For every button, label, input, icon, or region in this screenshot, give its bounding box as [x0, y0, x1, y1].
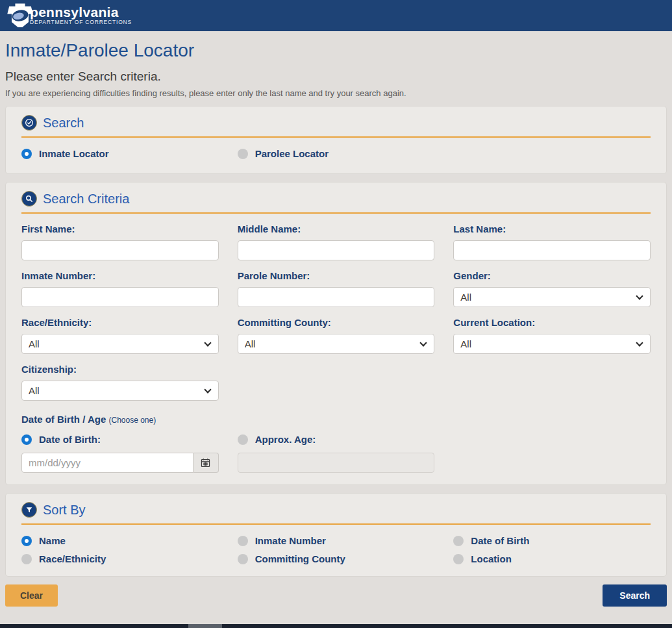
logo-brand: pennsylvania — [30, 5, 132, 19]
race-select[interactable]: All — [21, 334, 219, 354]
criteria-panel-heading: Search Criteria — [43, 192, 129, 207]
gender-select[interactable]: All — [453, 287, 651, 307]
magnifier-icon — [21, 191, 37, 207]
radio-approx-age[interactable]: Approx. Age: — [238, 434, 435, 445]
field-race: Race/Ethnicity: All — [21, 317, 219, 354]
gender-label: Gender: — [453, 270, 651, 281]
date-of-birth-input[interactable] — [21, 453, 193, 473]
radio-parolee-locator[interactable]: Parolee Locator — [238, 148, 435, 159]
logo-text: pennsylvania DEPARTMENT OF CORRECTIONS — [30, 5, 132, 26]
radio-icon — [21, 554, 32, 564]
dob-age-label: Date of Birth / Age (Choose one) — [21, 414, 651, 425]
criteria-row-citizenship: Citizenship: All — [21, 354, 651, 401]
field-committing-county: Committing County: All — [238, 317, 435, 354]
field-middle-name: Middle Name: — [238, 223, 435, 260]
radio-icon — [238, 554, 248, 564]
radio-sort-name[interactable]: Name — [21, 535, 219, 546]
radio-icon — [453, 536, 464, 546]
committing-county-label: Committing County: — [238, 317, 435, 328]
locator-type-options: Inmate Locator Parolee Locator — [21, 148, 651, 159]
last-name-input[interactable] — [453, 240, 651, 260]
radio-icon — [238, 536, 248, 546]
radio-icon — [21, 434, 32, 445]
criteria-row-numbers: Inmate Number: Parole Number: Gender: Al… — [21, 260, 651, 307]
page-note: If you are experiencing difficulties fin… — [5, 88, 667, 98]
filter-funnel-icon — [21, 502, 37, 518]
age-option: Approx. Age: — [238, 434, 435, 473]
radio-sort-race-ethnicity[interactable]: Race/Ethnicity — [21, 553, 219, 564]
logo-subtitle: DEPARTMENT OF CORRECTIONS — [30, 19, 132, 26]
sort-options: Name Inmate Number Date of Birth Race/Et… — [21, 535, 651, 564]
field-first-name: First Name: — [21, 223, 219, 260]
current-location-label: Current Location: — [453, 317, 651, 328]
date-input-group — [21, 453, 219, 473]
field-inmate-number: Inmate Number: — [21, 270, 219, 307]
pa-doc-logo[interactable]: pennsylvania DEPARTMENT OF CORRECTIONS — [6, 2, 132, 29]
radio-date-of-birth[interactable]: Date of Birth: — [21, 434, 219, 445]
first-name-label: First Name: — [21, 223, 219, 234]
middle-name-label: Middle Name: — [238, 223, 435, 234]
criteria-row-demographics: Race/Ethnicity: All Committing County: A… — [21, 307, 651, 354]
criteria-panel-header: Search Criteria — [21, 191, 651, 214]
radio-label: Date of Birth: — [39, 434, 101, 445]
radio-label: Race/Ethnicity — [39, 553, 106, 564]
clear-button[interactable]: Clear — [5, 584, 58, 607]
radio-icon — [238, 149, 248, 159]
sort-by-panel: Sort By Name Inmate Number Date of Birth… — [5, 493, 667, 577]
dob-age-label-text: Date of Birth / Age — [21, 414, 106, 425]
radio-inmate-locator[interactable]: Inmate Locator — [21, 148, 219, 159]
radio-icon — [21, 536, 32, 546]
page-title: Inmate/Parolee Locator — [5, 40, 667, 61]
radio-icon — [238, 434, 248, 445]
first-name-input[interactable] — [21, 240, 219, 260]
dob-age-hint: (Choose one) — [108, 416, 156, 425]
radio-label: Inmate Locator — [39, 148, 109, 159]
radio-sort-committing-county[interactable]: Committing County — [238, 553, 435, 564]
dob-option: Date of Birth: — [21, 434, 219, 473]
action-buttons: Clear Search — [5, 584, 667, 607]
current-location-select[interactable]: All — [453, 334, 651, 354]
radio-label: Inmate Number — [255, 535, 326, 546]
horizontal-scrollbar-thumb[interactable] — [188, 624, 222, 628]
calendar-icon — [200, 457, 211, 468]
radio-label: Committing County — [255, 553, 345, 564]
last-name-label: Last Name: — [453, 223, 651, 234]
sort-panel-header: Sort By — [21, 502, 651, 525]
radio-label: Approx. Age: — [255, 434, 316, 445]
inmate-number-input[interactable] — [21, 287, 219, 307]
citizenship-select[interactable]: All — [21, 381, 219, 401]
field-parole-number: Parole Number: — [238, 270, 435, 307]
footer-bar — [0, 624, 672, 628]
radio-label: Name — [39, 535, 66, 546]
radio-sort-date-of-birth[interactable]: Date of Birth — [453, 535, 651, 546]
search-criteria-panel: Search Criteria First Name: Middle Name:… — [5, 182, 667, 485]
parole-number-label: Parole Number: — [238, 270, 435, 281]
search-panel-heading: Search — [43, 116, 84, 131]
search-button[interactable]: Search — [603, 584, 667, 607]
radio-sort-inmate-number[interactable]: Inmate Number — [238, 535, 435, 546]
sort-panel-heading: Sort By — [43, 503, 86, 518]
field-citizenship: Citizenship: All — [21, 364, 219, 401]
radio-label: Parolee Locator — [255, 148, 329, 159]
field-gender: Gender: All — [453, 270, 651, 307]
citizenship-label: Citizenship: — [21, 364, 219, 375]
parole-number-input[interactable] — [238, 287, 435, 307]
radio-label: Date of Birth — [471, 535, 529, 546]
dob-age-options: Date of Birth: — [21, 434, 651, 473]
calendar-button[interactable] — [193, 453, 219, 473]
committing-county-select[interactable]: All — [238, 334, 435, 354]
page-subtitle: Please enter Search criteria. — [5, 69, 667, 84]
search-panel-header: Search — [21, 115, 651, 138]
criteria-row-names: First Name: Middle Name: Last Name: — [21, 214, 651, 260]
middle-name-input[interactable] — [238, 240, 435, 260]
inmate-number-label: Inmate Number: — [21, 270, 219, 281]
search-panel: Search Inmate Locator Parolee Locator — [5, 106, 667, 174]
field-current-location: Current Location: All — [453, 317, 651, 354]
radio-sort-location[interactable]: Location — [453, 553, 651, 564]
approx-age-input — [238, 453, 435, 473]
field-last-name: Last Name: — [453, 223, 651, 260]
race-label: Race/Ethnicity: — [21, 317, 219, 328]
radio-icon — [453, 554, 464, 564]
radio-icon — [21, 149, 32, 159]
check-circle-icon — [21, 115, 37, 131]
